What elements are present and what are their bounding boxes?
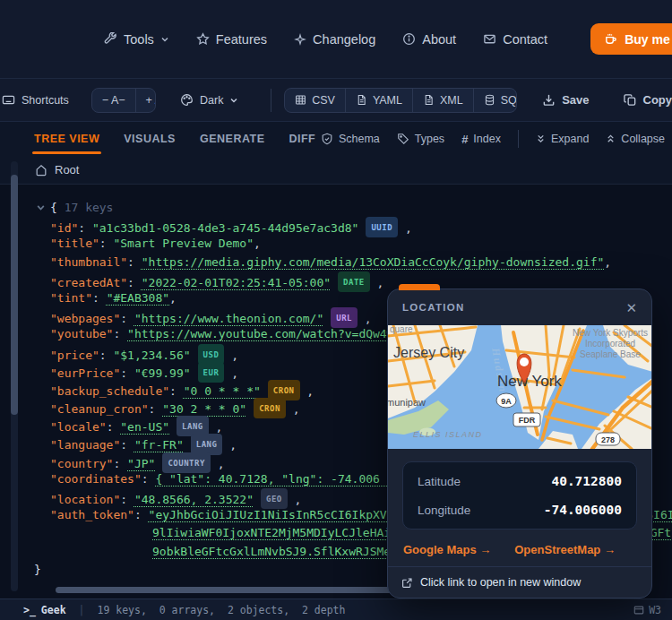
download-icon — [542, 93, 556, 107]
tabbar-divider — [518, 130, 519, 148]
json-token: : — [99, 237, 114, 250]
shield-check-icon — [321, 133, 333, 145]
latitude-label: Latitude — [418, 475, 461, 488]
json-token: : — [113, 327, 127, 340]
map-label-jersey-city: Jersey City — [393, 345, 464, 360]
json-token: "$1,234.56" — [113, 349, 190, 362]
w3-indicator[interactable]: W3 — [633, 604, 661, 616]
json-key: "id" — [50, 221, 78, 235]
star-icon — [196, 32, 210, 46]
type-badge[interactable]: UUID — [366, 217, 398, 237]
json-token: : — [149, 402, 163, 416]
collapse-button[interactable]: Collapse — [606, 133, 665, 145]
map-label-new-york: New York — [497, 373, 562, 390]
json-value-link[interactable]: "48.8566, 2.3522" — [134, 493, 254, 506]
nav-about[interactable]: About — [402, 32, 456, 47]
json-key: "country" — [50, 457, 113, 470]
openstreetmap-link[interactable]: OpenStreetMap → — [514, 543, 616, 556]
schema-label: Schema — [339, 133, 380, 145]
json-key: "thumbnail" — [50, 255, 127, 269]
nav-contact[interactable]: Contact — [483, 32, 547, 47]
json-token: : — [107, 420, 121, 434]
json-value-link[interactable]: "https://media.giphy.com/media/13CoXDiaC… — [142, 255, 605, 269]
types-button[interactable]: Types — [397, 133, 444, 145]
copy-icon — [624, 93, 637, 107]
json-token: : — [78, 221, 92, 235]
tab-tree-view[interactable]: TREE VIEW — [34, 124, 99, 154]
close-icon[interactable]: ✕ — [625, 301, 637, 314]
json-key: "cleanup_cron" — [50, 402, 149, 416]
mode-indicator[interactable]: >_ Geek — [23, 604, 66, 616]
json-token: , — [222, 438, 237, 452]
schema-button[interactable]: Schema — [321, 133, 380, 145]
hash-icon: # — [461, 133, 468, 146]
json-token: , — [169, 291, 177, 305]
type-badge[interactable]: DATE — [338, 271, 370, 292]
copy-label: Copy — [643, 93, 672, 107]
json-token: : — [120, 438, 134, 452]
map-label-skyports-1: New York Skyports — [573, 328, 648, 338]
type-badge[interactable]: CRON — [254, 398, 286, 418]
json-token: , — [224, 349, 238, 362]
json-token: , — [209, 420, 223, 434]
nav-tools-label: Tools — [124, 32, 154, 47]
json-value-link[interactable]: "2022-02-01T02:25:41-05:00" — [142, 276, 331, 289]
nav-features[interactable]: Features — [196, 32, 267, 47]
theme-selector[interactable]: Dark — [180, 93, 238, 107]
save-label: Save — [562, 93, 589, 107]
json-key: "location" — [50, 493, 120, 506]
shortcuts-label: Shortcuts — [22, 94, 69, 107]
json-token: : — [92, 291, 107, 305]
tab-visuals[interactable]: VISUALS — [124, 124, 176, 154]
json-value-link[interactable]: { "lat": 40.7128, "lng": -74.006 } — [155, 472, 393, 486]
tab-generate[interactable]: GENERATE — [200, 124, 265, 154]
json-value-link[interactable]: "0 0 * * *" — [184, 384, 261, 398]
nav-changelog[interactable]: Changelog — [294, 32, 375, 47]
latitude-row: Latitude 40.712800 — [403, 467, 636, 495]
shortcuts-button[interactable]: Shortcuts — [2, 93, 69, 107]
json-line: "id": "a1c33bd1-0528-4de3-a745-44d95e7ac… — [0, 217, 672, 235]
copy-button[interactable]: Copy — [624, 93, 672, 107]
vertical-scrollbar-thumb[interactable] — [11, 175, 18, 415]
window-icon — [633, 605, 644, 616]
save-button[interactable]: Save — [542, 93, 589, 107]
json-key: "coordinates" — [50, 472, 142, 486]
export-yaml-button[interactable]: YAML — [346, 89, 413, 112]
google-maps-link[interactable]: Google Maps → — [403, 543, 491, 556]
json-token: , — [254, 237, 261, 250]
breadcrumb-root[interactable]: Root — [55, 163, 79, 177]
nav-about-label: About — [422, 32, 456, 47]
json-token: , — [211, 457, 225, 470]
json-token: , — [398, 221, 412, 235]
json-value-link[interactable]: "fr-FR" — [134, 438, 184, 452]
font-decrease-button[interactable]: − A− — [92, 89, 136, 112]
buy-coffee-button[interactable]: Buy me a coffee — [590, 23, 672, 55]
expand-button[interactable]: Expand — [536, 133, 589, 145]
json-value-link[interactable]: "JP" — [127, 457, 155, 470]
json-line: "title": "Smart Preview Demo", — [0, 235, 672, 253]
popup-title: LOCATION — [402, 302, 465, 313]
nav-tools[interactable]: Tools — [104, 32, 169, 47]
json-value-link[interactable]: "#EAB308" — [107, 291, 169, 305]
export-sql-button[interactable]: SQL — [474, 89, 517, 112]
index-button[interactable]: # Index — [461, 133, 501, 146]
json-token: : — [113, 457, 127, 470]
export-xml-button[interactable]: XML — [413, 89, 474, 112]
map-preview[interactable]: quare Jersey City munipaw Hudson New Yor… — [388, 325, 651, 449]
json-token: , — [370, 276, 384, 289]
tab-diff[interactable]: DIFF — [289, 124, 315, 154]
json-value-link[interactable]: "30 2 * * 0" — [162, 402, 246, 416]
map-label-ellis-island: ELLIS ISLAND — [413, 430, 483, 439]
font-increase-button[interactable]: + A+ — [136, 89, 156, 112]
json-value-link[interactable]: "en-US" — [120, 420, 169, 434]
map-label-communipaw: munipaw — [388, 397, 426, 408]
chevron-down-icon — [160, 35, 169, 44]
status-divider: | — [79, 604, 85, 616]
json-token: : — [120, 493, 134, 506]
json-value-link[interactable]: "https://www.theonion.com/" — [134, 312, 323, 325]
json-token: "€99.99" — [134, 366, 191, 380]
json-line: "thumbnail": "https://media.giphy.com/me… — [0, 254, 672, 271]
export-csv-button[interactable]: CSV — [285, 89, 346, 112]
road-shield-fdr: FDR — [513, 413, 540, 426]
json-token: : — [127, 255, 142, 269]
